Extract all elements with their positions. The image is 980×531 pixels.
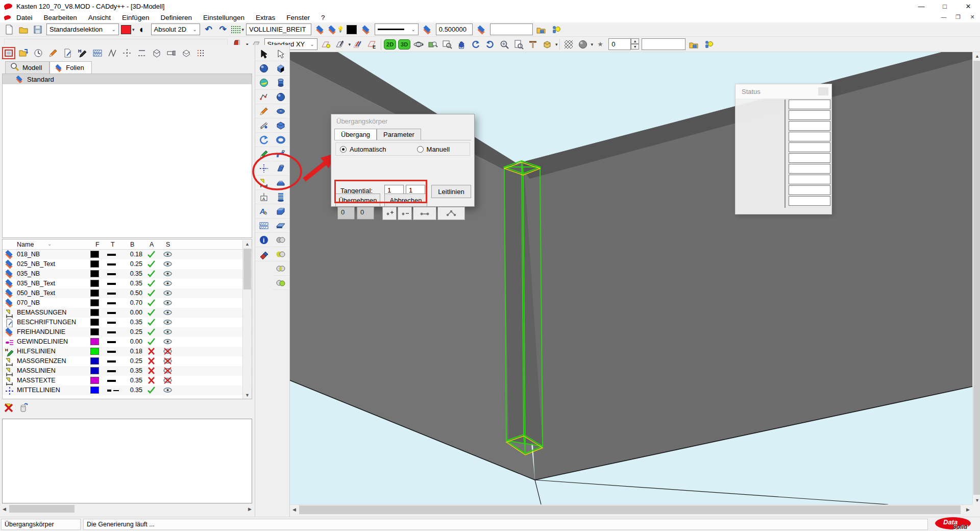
scroll-down-icon[interactable]: ▼ <box>973 496 980 504</box>
solid-spring-icon[interactable] <box>273 190 289 204</box>
layer-row-035_NB[interactable]: 035_NB0.35 <box>3 269 252 279</box>
layer-color-swatch[interactable] <box>90 309 99 316</box>
layer-active-flag[interactable] <box>147 357 156 367</box>
layer-linetype[interactable] <box>107 312 116 314</box>
centerline-axis-icon[interactable] <box>120 47 134 59</box>
sphere-gray-icon[interactable] <box>576 38 590 51</box>
layer-row-025_NB_Text[interactable]: 025_NB_Text0.25 <box>3 259 252 269</box>
layer-linetype[interactable] <box>107 322 116 324</box>
layer-row-HILFSLINIEN[interactable]: HHILFSLINIEN0.18 <box>3 347 252 356</box>
snap-crosshair-icon[interactable] <box>256 161 272 176</box>
spinner-up-icon[interactable]: ▲ <box>631 38 639 44</box>
menu-einfgen[interactable]: Einfügen <box>116 12 155 22</box>
counter-spinner[interactable]: 0 ▲▼ <box>608 38 639 50</box>
layer-linetype[interactable] <box>107 283 116 285</box>
segment-line-button[interactable] <box>413 207 436 220</box>
layer-row-FREIHANDLINIE[interactable]: FREIHANDLINIE0.25 <box>3 327 252 337</box>
layer-active-flag[interactable] <box>147 386 156 396</box>
select-arrow-icon[interactable] <box>256 47 272 61</box>
layer-active-flag[interactable] <box>147 328 156 337</box>
bool-common-icon[interactable] <box>273 276 289 290</box>
menu-einstellungen[interactable]: Einstellungen <box>198 12 250 22</box>
layer-visible-icon[interactable] <box>163 251 173 259</box>
layer-color-swatch[interactable] <box>90 328 99 335</box>
point-grid-icon[interactable] <box>194 47 208 59</box>
layer-active-flag[interactable] <box>147 250 156 260</box>
radio-manuell[interactable]: Manuell <box>417 146 450 153</box>
menu-extras[interactable]: Extras <box>250 12 281 22</box>
pan-hand-icon[interactable] <box>455 38 468 51</box>
layer-row-018_NB[interactable]: 018_NB0.18 <box>3 250 252 259</box>
solid-ring-icon[interactable] <box>273 133 289 147</box>
rotate-cw-icon[interactable] <box>483 38 497 51</box>
layer-active-flag[interactable] <box>147 347 156 357</box>
layer-color-swatch[interactable] <box>90 348 99 355</box>
plane-e-icon[interactable]: E <box>365 38 379 51</box>
tab-uebergang[interactable]: Übergang <box>334 129 377 140</box>
tab-parameter[interactable]: Parameter <box>377 129 421 140</box>
dock-listbox[interactable] <box>2 419 252 503</box>
layer-color-swatch[interactable] <box>90 357 99 365</box>
cube-wire-icon[interactable] <box>150 47 163 59</box>
solid-cube-icon[interactable] <box>273 61 289 76</box>
scroll-thumb[interactable] <box>243 249 251 289</box>
layer-active-flag[interactable] <box>147 376 156 386</box>
layers-icon[interactable] <box>359 23 373 36</box>
layer-color-swatch[interactable] <box>90 338 99 345</box>
layer-visible-icon[interactable] <box>163 387 173 395</box>
menu-fenster[interactable]: Fenster <box>281 12 315 22</box>
bool-intersect-icon[interactable] <box>273 261 289 276</box>
layer-linetype[interactable] <box>107 273 116 275</box>
user-bulb-icon[interactable] <box>702 38 715 51</box>
layer-active-flag[interactable] <box>147 367 156 376</box>
viewport-red-icon[interactable] <box>2 47 15 59</box>
color-swatch-black-icon[interactable] <box>345 23 358 36</box>
layer-visible-icon[interactable] <box>163 367 173 376</box>
pen-redblue-icon[interactable] <box>351 38 364 51</box>
layer-color-swatch[interactable] <box>90 377 99 384</box>
scroll-thumb[interactable] <box>299 505 961 514</box>
solid-plate-icon[interactable] <box>273 219 289 233</box>
info-tool-icon[interactable]: i <box>256 233 272 247</box>
layers-icon[interactable] <box>421 23 434 36</box>
solid-transition-icon[interactable] <box>273 176 289 190</box>
leitlinien-button[interactable]: Leitlinien <box>431 185 471 198</box>
coordinate-mode-combo[interactable]: Absolut 2D⌄ <box>151 23 200 35</box>
solid-block-icon[interactable] <box>273 204 289 219</box>
layer-color-swatch[interactable] <box>90 280 99 287</box>
layer-linetype[interactable] <box>107 331 116 333</box>
layers-icon[interactable] <box>313 23 327 36</box>
pencil-green-icon[interactable] <box>256 147 272 161</box>
dimension-tool-icon[interactable] <box>256 176 272 190</box>
hatch-tool-icon[interactable] <box>256 219 272 233</box>
layer-linetype[interactable] <box>107 351 116 353</box>
menu-ansicht[interactable]: Ansicht <box>83 12 116 22</box>
layer-linetype[interactable] <box>107 370 116 372</box>
scroll-left-icon[interactable]: ◀ <box>0 505 9 513</box>
delete-red-x-icon[interactable] <box>4 402 14 414</box>
user-bulb-icon[interactable] <box>549 23 562 36</box>
point-add-button[interactable] <box>382 207 397 220</box>
zoom-sheet-icon[interactable] <box>512 38 525 51</box>
scroll-down-icon[interactable]: ▼ <box>243 391 252 399</box>
bool-subtract-icon[interactable] <box>273 247 289 261</box>
open-file-icon[interactable] <box>17 23 30 36</box>
layer-active-flag[interactable] <box>147 260 156 270</box>
save-file-icon[interactable] <box>31 23 44 36</box>
bool-union-icon[interactable] <box>273 233 289 247</box>
dock-horizontal-scrollbar[interactable]: ◀ ▶ <box>0 504 254 514</box>
layer-linetype[interactable] <box>107 380 116 382</box>
layer-row-MASSGRENZEN[interactable]: MASSGRENZEN0.25 <box>3 356 252 366</box>
color-swatch-red-icon[interactable]: ▾ <box>121 23 135 36</box>
folder-users-icon[interactable] <box>688 38 701 51</box>
layer-linetype[interactable] <box>107 390 116 392</box>
layers-icon[interactable] <box>475 23 488 36</box>
menu-bearbeiten[interactable]: Bearbeiten <box>38 12 83 22</box>
layer-row-MASSTEXTE[interactable]: MASSTEXTE0.35 <box>3 376 252 385</box>
clock-icon[interactable] <box>32 47 45 59</box>
layer-color-swatch[interactable] <box>90 289 99 297</box>
status-panel-button[interactable] <box>818 87 828 95</box>
layer-linetype[interactable] <box>107 302 116 304</box>
scroll-thumb[interactable] <box>9 505 75 513</box>
layer-row-MITTELLINIEN[interactable]: MITTELLINIEN0.35 <box>3 385 252 395</box>
